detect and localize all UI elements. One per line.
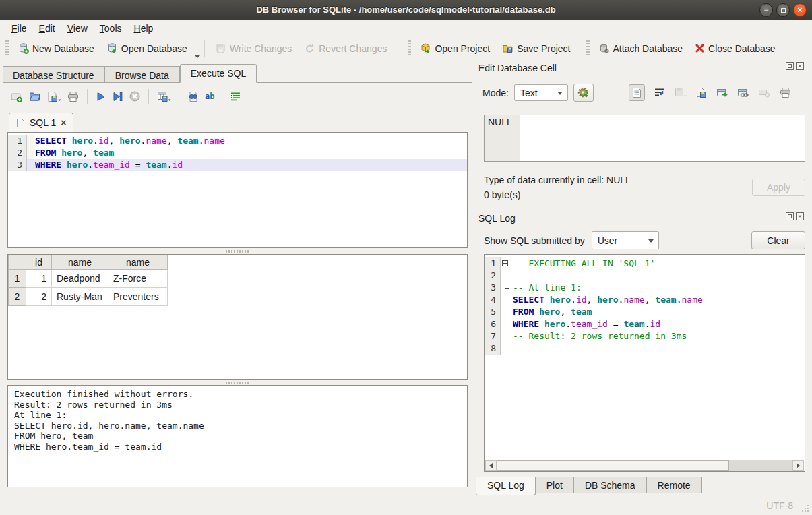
float-dock-icon[interactable] bbox=[786, 212, 794, 220]
editor-results-splitter[interactable] bbox=[226, 250, 250, 253]
column-header[interactable]: name bbox=[108, 255, 168, 270]
menu-bar: FileEditViewToolsHelp bbox=[0, 20, 812, 36]
code-line: 3-- At line 1: bbox=[485, 282, 805, 294]
toolbar-drag-handle[interactable] bbox=[5, 40, 9, 57]
close-dock-icon[interactable]: × bbox=[796, 62, 804, 70]
code-line: 4SELECT hero.id, hero.name, team.name bbox=[485, 294, 805, 306]
main-tab[interactable]: Execute SQL bbox=[180, 64, 257, 83]
export-file-icon[interactable] bbox=[695, 87, 708, 98]
menu-item[interactable]: Help bbox=[128, 21, 160, 36]
toolbar-drag-handle[interactable] bbox=[586, 40, 590, 57]
fold-collapse-icon[interactable] bbox=[502, 260, 508, 266]
edit-cell-dock-header: Edit Database Cell × bbox=[478, 63, 808, 73]
find-replace-icon[interactable]: ab bbox=[205, 92, 214, 101]
menu-item[interactable]: Tools bbox=[94, 21, 128, 36]
minimize-button[interactable]: − bbox=[759, 3, 773, 17]
float-dock-icon[interactable] bbox=[786, 62, 794, 70]
column-header[interactable]: id bbox=[26, 255, 52, 270]
table-cell[interactable]: Z-Force bbox=[108, 270, 168, 288]
row-header[interactable]: 1 bbox=[9, 270, 26, 288]
table-cell[interactable]: Preventers bbox=[108, 288, 168, 306]
edit-cell-title: Edit Database Cell bbox=[478, 63, 557, 73]
apply-settings-button[interactable] bbox=[573, 84, 594, 102]
resize-grip[interactable] bbox=[801, 504, 809, 512]
close-database-button[interactable]: Close Database bbox=[689, 40, 782, 57]
main-tab[interactable]: Browse Data bbox=[105, 66, 180, 83]
results-table[interactable]: idnamename11DeadpondZ-Force22Rusty-ManPr… bbox=[8, 255, 168, 306]
code-text: FROM hero, team bbox=[511, 306, 805, 318]
line-number: 4 bbox=[485, 294, 501, 306]
row-header-corner bbox=[9, 255, 26, 270]
execution-message-box: Execution finished without errors. Resul… bbox=[7, 385, 468, 487]
main-tab[interactable]: Database Structure bbox=[3, 66, 105, 83]
sql-document-tab[interactable]: SQL 1 × bbox=[9, 113, 73, 132]
title-bar: DB Browser for SQLite - /home/user/code/… bbox=[0, 0, 812, 20]
open-database-button[interactable]: Open Database bbox=[100, 39, 193, 57]
log-horizontal-scrollbar[interactable] bbox=[485, 460, 804, 471]
row-header[interactable]: 2 bbox=[9, 288, 26, 306]
line-number: 2 bbox=[485, 270, 501, 282]
close-dock-icon[interactable]: × bbox=[796, 212, 804, 220]
menu-item[interactable]: Edit bbox=[33, 21, 61, 36]
log-filter-combobox[interactable]: User bbox=[592, 231, 659, 249]
code-text: -- bbox=[511, 270, 805, 282]
line-number: 6 bbox=[485, 318, 501, 330]
apply-button: Apply bbox=[752, 179, 805, 196]
column-header[interactable]: name bbox=[52, 255, 108, 270]
print-cell-icon[interactable] bbox=[779, 87, 792, 98]
code-text: SELECT hero.id, hero.name, team.name bbox=[34, 135, 467, 147]
clear-log-button[interactable]: Clear bbox=[751, 231, 805, 249]
results-message-splitter[interactable] bbox=[226, 382, 250, 384]
open-database-icon bbox=[106, 42, 118, 54]
open-sql-file-icon[interactable] bbox=[28, 90, 41, 103]
close-button[interactable]: × bbox=[793, 3, 807, 17]
fold-margin bbox=[501, 318, 511, 330]
dock-tab[interactable]: Plot bbox=[536, 477, 574, 493]
menu-item[interactable]: View bbox=[61, 21, 94, 36]
save-results-icon[interactable] bbox=[156, 90, 171, 103]
sql-editor[interactable]: 1SELECT hero.id, hero.name, team.name2FR… bbox=[7, 132, 468, 248]
code-text: SELECT hero.id, hero.name, team.name bbox=[511, 294, 805, 306]
table-cell[interactable]: 2 bbox=[26, 288, 52, 306]
dock-tab[interactable]: Remote bbox=[647, 477, 702, 493]
code-text: WHERE hero.team_id = team.id bbox=[511, 318, 805, 330]
open-project-button[interactable]: Open Project bbox=[414, 39, 496, 57]
print-icon[interactable] bbox=[67, 90, 80, 103]
scroll-right-icon[interactable] bbox=[792, 460, 804, 471]
encoding-indicator[interactable]: UTF-8 bbox=[766, 500, 793, 511]
table-cell[interactable]: Rusty-Man bbox=[52, 288, 108, 306]
maximize-button[interactable] bbox=[776, 3, 790, 17]
toolbar-drag-handle[interactable] bbox=[408, 40, 411, 57]
format-sql-icon[interactable] bbox=[230, 92, 241, 102]
table-cell[interactable]: 1 bbox=[26, 270, 52, 288]
scroll-left-icon[interactable] bbox=[485, 460, 497, 471]
word-wrap-icon[interactable] bbox=[654, 88, 665, 98]
sql-log-view[interactable]: 1-- EXECUTING ALL IN 'SQL 1'2--3-- At li… bbox=[484, 254, 805, 472]
scrollbar-thumb[interactable] bbox=[497, 460, 729, 471]
attach-database-button[interactable]: Attach Database bbox=[592, 39, 689, 57]
cell-value-editor[interactable]: NULL bbox=[484, 115, 805, 162]
text-mode-icon[interactable] bbox=[629, 84, 645, 101]
sql-log-dock-header: SQL Log × bbox=[478, 213, 808, 224]
save-sql-file-icon[interactable] bbox=[46, 90, 61, 103]
table-cell[interactable]: Deadpond bbox=[52, 270, 108, 288]
line-number: 8 bbox=[485, 342, 501, 355]
save-project-button[interactable]: Save Project bbox=[496, 39, 576, 57]
find-icon[interactable] bbox=[187, 90, 199, 103]
execute-line-icon[interactable] bbox=[112, 91, 123, 102]
open-external-icon[interactable] bbox=[716, 88, 728, 98]
open-database-dropdown-icon[interactable] bbox=[195, 55, 200, 58]
execute-all-icon[interactable] bbox=[95, 91, 106, 102]
dock-tab[interactable]: DB Schema bbox=[574, 477, 647, 493]
save-project-icon bbox=[502, 42, 513, 54]
code-text: FROM hero, team bbox=[34, 147, 467, 159]
mode-combobox[interactable]: Text bbox=[514, 84, 568, 101]
copy-link-icon[interactable] bbox=[737, 88, 749, 98]
menu-item[interactable]: File bbox=[5, 21, 33, 36]
close-sql-tab-icon[interactable]: × bbox=[61, 117, 66, 128]
table-row: 11DeadpondZ-Force bbox=[9, 270, 168, 288]
line-number: 1 bbox=[8, 135, 27, 147]
dock-tab[interactable]: SQL Log bbox=[476, 477, 536, 495]
new-sql-tab-icon[interactable] bbox=[10, 90, 23, 103]
new-database-button[interactable]: New Database bbox=[11, 39, 100, 57]
